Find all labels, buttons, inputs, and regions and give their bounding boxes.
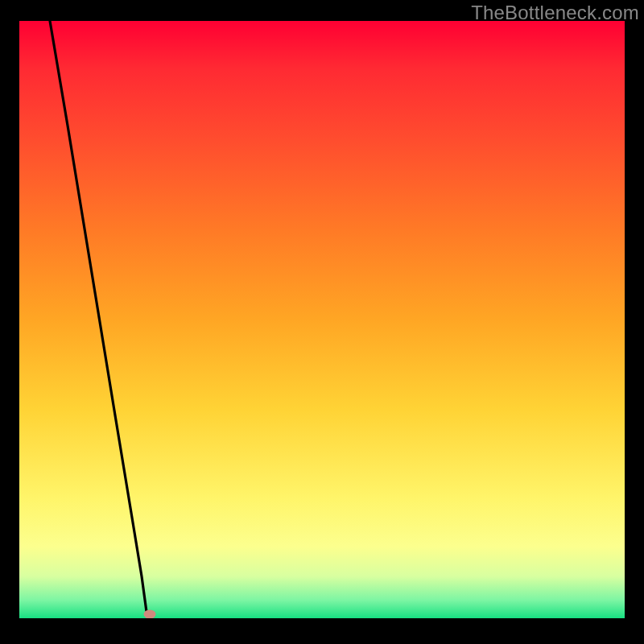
curve-path: [50, 21, 147, 612]
attribution-text: TheBottleneck.com: [471, 2, 639, 24]
plot-area: [19, 21, 625, 618]
optimal-point-marker: [144, 610, 156, 619]
bottleneck-curve: [19, 21, 625, 618]
chart-wrapper: TheBottleneck.com: [0, 0, 644, 644]
